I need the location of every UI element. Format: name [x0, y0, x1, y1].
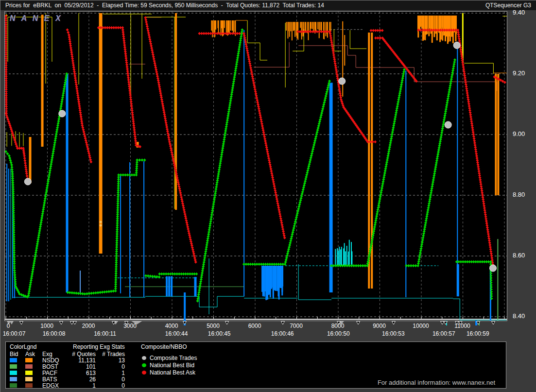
exchange-quote-count: 101: [62, 363, 96, 370]
exchange-trade-count: 0: [93, 363, 125, 370]
quote-tick-label: 11000: [454, 323, 470, 329]
exchange-name: PACF: [42, 370, 57, 376]
ask-swatch-bost: [25, 364, 33, 369]
time-tick-label: 16:00:44: [165, 330, 188, 337]
quote-axis-labels: 0100020003000400050006000700080009000100…: [4, 323, 507, 329]
time-tick-label: 16:00:59: [467, 330, 489, 337]
national-best-bid-trail: [5, 28, 493, 303]
composite-nbbo-header: Composite/NBBO: [141, 343, 187, 350]
nbbo-legend-label: Composite Trades: [150, 355, 197, 361]
national-best-ask-trail: [5, 15, 506, 268]
bid-swatch-pacf: [10, 371, 17, 375]
time-axis-labels: 16:00:0716:00:0816:00:1116:00:4416:00:45…: [4, 330, 507, 337]
bid-swatch-nsdq: [10, 358, 17, 362]
time-tick-label: 16:00:45: [208, 330, 231, 337]
quotes-header: # Quotes: [62, 351, 96, 358]
title-bar: Prices for eBRKL on 05/29/2012 - Elapsed…: [0, 0, 536, 10]
ask-swatch-bats: [25, 377, 33, 381]
time-tick-label: 16:00:46: [271, 330, 294, 337]
national-best-ask-dot: [142, 371, 146, 375]
qtsequencer-window: Prices for eBRKL on 05/29/2012 - Elapsed…: [0, 0, 536, 392]
price-tick-label: 8.40: [513, 312, 536, 320]
exg-header: Exg: [42, 351, 52, 358]
quote-tick-label: 3000: [123, 323, 137, 329]
quote-tick-label: 4000: [165, 323, 178, 329]
price-tick-label: 9.20: [513, 69, 536, 77]
trades-header: # Trades: [93, 351, 125, 358]
ask-swatch-edgx: [25, 383, 33, 388]
time-tick-label: 16:00:07: [3, 330, 26, 337]
exchange-quote-count: 1: [62, 382, 96, 389]
exchange-quote-count: 11,131: [62, 357, 96, 364]
legend-panel: ColorLgnd Bid Ask Reporting Exg Stats Ex…: [5, 341, 506, 389]
quote-tick-label: 2000: [82, 323, 95, 329]
app-name: QTSequencer G3: [485, 2, 531, 9]
quote-tick-label: 1000: [40, 323, 53, 329]
bid-swatch-edgx: [10, 383, 17, 388]
exchange-name: BOST: [42, 363, 58, 370]
nanex-info-text: For additional information: www.nanex.ne…: [378, 379, 495, 386]
quote-tick-label: 7000: [290, 323, 303, 329]
exchange-quote-count: 26: [62, 376, 96, 383]
exchange-trade-count: 1: [93, 370, 125, 376]
nbbo-legend-label: National Best Ask: [150, 369, 195, 376]
exchange-name: BATS: [42, 376, 57, 383]
quote-tick-label: 6000: [248, 323, 261, 329]
price-tick-label: 8.60: [513, 252, 536, 259]
reporting-stats-header: Reporting Exg Stats: [73, 343, 125, 350]
composite-trades-dot: [142, 356, 146, 360]
price-tick-label: 8.80: [513, 191, 536, 198]
bid-swatch-bost: [10, 364, 17, 369]
colorlgnd-header: ColorLgnd: [10, 343, 36, 350]
time-tick-label: 16:00:53: [382, 330, 405, 337]
exchange-quote-count: 613: [62, 370, 96, 376]
exchange-trade-count: 0: [93, 382, 125, 389]
ask-swatch-nsdq: [25, 358, 33, 362]
time-tick-label: 16:00:50: [327, 330, 350, 337]
time-tick-label: 16:00:08: [43, 330, 66, 337]
quote-tick-label: 8000: [331, 323, 345, 329]
exchange-trade-count: 13: [93, 357, 125, 364]
chart-canvas[interactable]: [5, 12, 507, 321]
nbbo-legend-label: National Best Bid: [150, 362, 194, 369]
national-best-bid-dot: [142, 363, 146, 367]
price-tick-label: 9.00: [513, 130, 536, 137]
exchange-trade-count: 0: [93, 376, 125, 383]
time-tick-label: 16:00:11: [94, 330, 116, 337]
price-chart-plot[interactable]: N A N E X: [4, 11, 507, 321]
quote-tick-label: 5000: [207, 323, 220, 329]
chart-title: Prices for eBRKL on 05/29/2012 - Elapsed…: [5, 2, 324, 9]
exchange-name: EDGX: [42, 382, 59, 389]
quote-tick-label: 9000: [373, 323, 386, 329]
time-tick-label: 16:00:57: [432, 330, 455, 337]
price-tick-label: 9.40: [513, 9, 536, 16]
ask-swatch-pacf: [25, 371, 33, 375]
bid-swatch-bats: [10, 377, 17, 381]
quote-tick-label: 0: [7, 323, 10, 329]
exchange-name: NSDQ: [42, 357, 59, 364]
bid-column-label: Bid: [10, 351, 18, 358]
quote-tick-label: 10000: [413, 323, 429, 329]
ask-column-label: Ask: [25, 351, 35, 358]
